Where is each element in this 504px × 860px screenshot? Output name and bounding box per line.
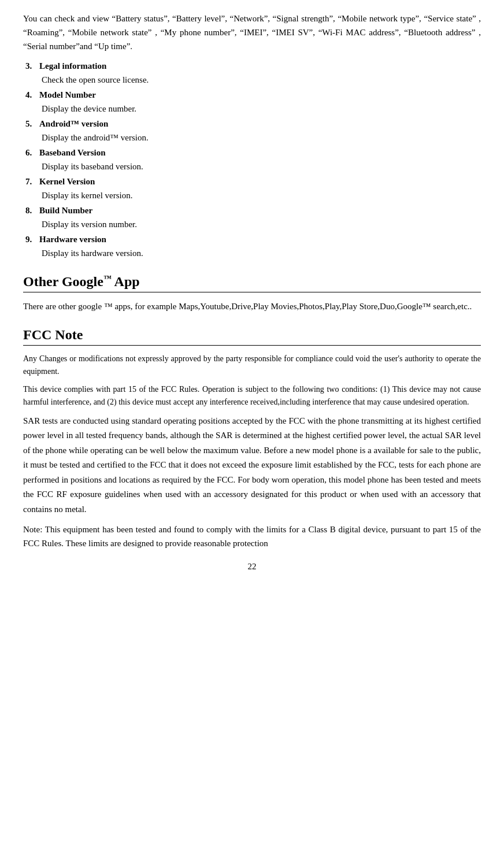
list-content: Baseband Version Display its baseband ve…	[39, 146, 481, 173]
other-google-body: There are other google ™ apps, for examp…	[23, 299, 481, 313]
list-item: 4. Model Number Display the device numbe…	[23, 88, 481, 116]
intro-text: You can check and view “Battery status”,…	[23, 12, 481, 53]
fcc-para1: Any Changes or modifications not express…	[23, 353, 481, 379]
list-title: Android™ version	[39, 117, 481, 131]
list-title: Baseband Version	[39, 146, 481, 160]
page-number: 22	[23, 562, 481, 572]
list-item: 3. Legal information Check the open sour…	[23, 59, 481, 87]
list-desc: Check the open source license.	[39, 73, 481, 87]
list-number: 4.	[23, 88, 39, 116]
list-number: 7.	[23, 175, 39, 202]
list-item: 5. Android™ version Display the android™…	[23, 117, 481, 144]
list-number: 8.	[23, 203, 39, 231]
list-title: Kernel Version	[39, 175, 481, 188]
list-content: Build Number Display its version number.	[39, 203, 481, 231]
list-desc: Display its version number.	[39, 217, 481, 231]
list-content: Legal information Check the open source …	[39, 59, 481, 87]
list-title: Model Number	[39, 88, 481, 102]
list-number: 3.	[23, 59, 39, 87]
list-number: 6.	[23, 146, 39, 173]
list-item: 6. Baseband Version Display its baseband…	[23, 146, 481, 173]
fcc-note-section: FCC Note Any Changes or modifications no…	[23, 327, 481, 550]
sar-block: SAR tests are conducted using standard o…	[23, 414, 481, 517]
list-content: Hardware version Display its hardware ve…	[39, 232, 481, 260]
other-google-heading: Other Google™ App	[23, 274, 481, 290]
list-title: Legal information	[39, 59, 481, 73]
list-desc: Display the android™ version.	[39, 131, 481, 144]
fcc-note-divider	[23, 345, 481, 346]
fcc-para2: This device complies with part 15 of the…	[23, 383, 481, 409]
other-google-divider	[23, 292, 481, 292]
list-number: 9.	[23, 232, 39, 260]
list-item: 8. Build Number Display its version numb…	[23, 203, 481, 231]
list-content: Model Number Display the device number.	[39, 88, 481, 116]
list-content: Kernel Version Display its kernel versio…	[39, 175, 481, 202]
fcc-note-heading: FCC Note	[23, 327, 481, 343]
note-block: Note: This equipment has been tested and…	[23, 522, 481, 550]
list-item: 7. Kernel Version Display its kernel ver…	[23, 175, 481, 202]
list-item: 9. Hardware version Display its hardware…	[23, 232, 481, 260]
list-content: Android™ version Display the android™ ve…	[39, 117, 481, 144]
list-number: 5.	[23, 117, 39, 144]
list-desc: Display its kernel version.	[39, 188, 481, 202]
list-desc: Display its baseband version.	[39, 160, 481, 173]
list-title: Build Number	[39, 203, 481, 217]
list-desc: Display the device number.	[39, 102, 481, 116]
list-desc: Display its hardware version.	[39, 246, 481, 260]
list-title: Hardware version	[39, 232, 481, 246]
numbered-list: 3. Legal information Check the open sour…	[23, 59, 481, 260]
